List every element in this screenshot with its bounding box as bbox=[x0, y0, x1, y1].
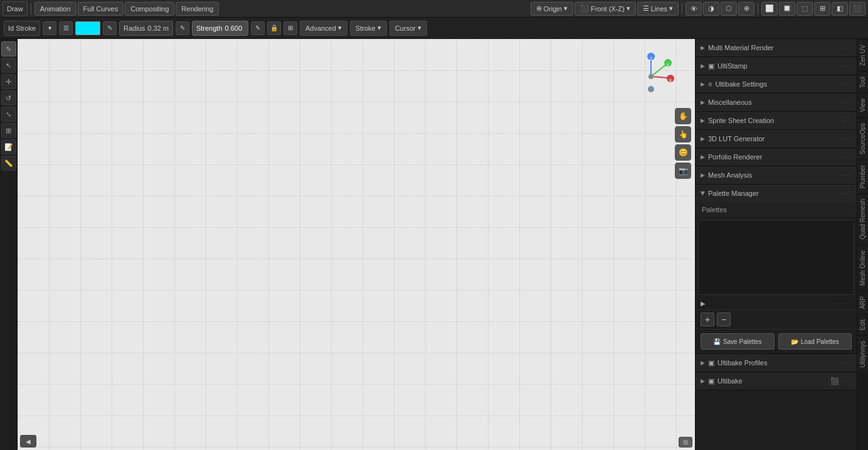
side-tab-ultilynnys[interactable]: Ultilynnys bbox=[857, 335, 869, 373]
side-tab-zen-uv[interactable]: Zen UV bbox=[857, 39, 869, 71]
left-tool-transform[interactable]: ⊞ bbox=[1, 123, 16, 138]
left-tool-draw[interactable]: ✎ bbox=[1, 41, 16, 56]
stroke-icon1[interactable]: ☰ bbox=[59, 21, 73, 35]
side-tab-mesh-online[interactable]: Mesh Online bbox=[857, 245, 869, 291]
side-tab-view[interactable]: View bbox=[857, 93, 869, 117]
dots-ultibake: ···· bbox=[842, 378, 852, 385]
viewport-icon2[interactable]: 🔲 bbox=[779, 2, 795, 16]
icon-ultibake-settings: ≡ bbox=[708, 80, 712, 88]
tab-full-curves[interactable]: Full Curves bbox=[78, 2, 124, 16]
side-tab-plumber[interactable]: Plumber bbox=[857, 159, 869, 193]
section-miscellaneous: ▶ Miscellaneous ···· bbox=[696, 94, 857, 112]
viewport-icon1[interactable]: ⬜ bbox=[761, 2, 778, 16]
section-header-ultibake[interactable]: ▶ ▣ Ultibake ⬛ ···· bbox=[696, 372, 857, 390]
color-picker-btn[interactable]: ✎ bbox=[103, 21, 117, 35]
section-header-multi-material-render[interactable]: ▶ Multi Material Render ···· bbox=[696, 39, 857, 56]
palette-footer: ▶ · · · · · · bbox=[696, 297, 857, 309]
vp-tool-hand[interactable]: ✋ bbox=[675, 108, 691, 124]
stroke-mode-icon-btn[interactable]: ▾ bbox=[43, 21, 56, 35]
render-mode-btn[interactable]: 👁 bbox=[685, 2, 702, 16]
radius-field[interactable]: Radius 0.32 m bbox=[119, 21, 173, 36]
svg-point-9 bbox=[648, 74, 654, 79]
palette-play-btn[interactable]: ▶ bbox=[701, 300, 706, 307]
section-header-ultibake-profiles[interactable]: ▶ ▣ Ultibake Profiles ···· bbox=[696, 354, 857, 372]
vp-tool-camera[interactable]: 📷 bbox=[675, 163, 691, 179]
viewport-bottom-controls: ◀ bbox=[20, 435, 36, 447]
left-tool-rotate[interactable]: ↺ bbox=[1, 90, 16, 105]
overlay-icon: ☰ bbox=[643, 4, 649, 13]
side-tab-sourceops[interactable]: SourceOps bbox=[857, 117, 869, 159]
viewport[interactable]: Z Y X ✋ 👆 😊 📷 ◀ bbox=[18, 39, 695, 450]
tab-compositing[interactable]: Compositing bbox=[125, 2, 174, 16]
arrow-ultibake-settings: ▶ bbox=[701, 81, 705, 87]
strength-field[interactable]: Strength 0.600 bbox=[192, 21, 248, 36]
tab-animation[interactable]: Animation bbox=[34, 2, 77, 16]
arrow-porfolio-renderer: ▶ bbox=[701, 154, 705, 160]
left-tool-measure[interactable]: 📏 bbox=[1, 156, 16, 171]
section-mesh-analysis: ▶ Mesh Analysis ···· bbox=[696, 166, 857, 185]
side-tab-edit[interactable]: Edit bbox=[857, 314, 869, 335]
strength-edit-btn[interactable]: ✎ bbox=[251, 21, 265, 35]
viewport-icon4[interactable]: ⊞ bbox=[814, 2, 830, 16]
axis-svg: Z Y X bbox=[626, 51, 676, 102]
cursor-dropdown[interactable]: Cursor ▾ bbox=[389, 21, 427, 36]
gizmo-btn[interactable]: ⊕ bbox=[738, 2, 754, 16]
side-tab-tool[interactable]: Tool bbox=[857, 71, 869, 93]
viewport-icon6[interactable]: ⬛ bbox=[849, 2, 865, 16]
stroke-mode-label[interactable]: Id Stroke bbox=[4, 21, 40, 36]
axis-widget[interactable]: Z Y X bbox=[626, 51, 676, 102]
vp-tool-face[interactable]: 😊 bbox=[675, 144, 691, 161]
left-tool-select[interactable]: ↖ bbox=[1, 58, 16, 73]
load-palettes-btn[interactable]: 📂 Load Palettes bbox=[778, 333, 852, 350]
color-swatch[interactable] bbox=[75, 21, 100, 35]
section-header-mesh-analysis[interactable]: ▶ Mesh Analysis ···· bbox=[696, 166, 857, 184]
save-palettes-btn[interactable]: 💾 Save Palettes bbox=[701, 333, 775, 350]
viewport-side-tools: ✋ 👆 😊 📷 bbox=[675, 108, 691, 179]
section-ultibake: ▶ ▣ Ultibake ⬛ ···· bbox=[696, 372, 857, 390]
viewport-grid-btn[interactable]: ⊞ bbox=[679, 437, 692, 447]
palette-manager-content: Palettes ▶ · · · · · · + − 💾 Save Palett… bbox=[696, 202, 857, 353]
radius-edit-btn[interactable]: ✎ bbox=[176, 21, 189, 35]
origin-dropdown[interactable]: ⊕ Origin ▾ bbox=[531, 2, 573, 16]
stroke-dropdown[interactable]: Stroke ▾ bbox=[350, 21, 387, 36]
section-header-ulti-stamp[interactable]: ▶ ▣ UltiStamp ···· bbox=[696, 57, 857, 75]
left-tool-move[interactable]: ✛ bbox=[1, 74, 16, 89]
section-header-palette-manager[interactable]: ▶ Palette Manager ···· bbox=[696, 185, 857, 202]
dots-3d-lut-generator: ···· bbox=[842, 136, 852, 142]
cursor-chevron-icon: ▾ bbox=[418, 24, 421, 32]
palette-list-area[interactable] bbox=[698, 220, 854, 295]
side-tab-quad-remesh[interactable]: Quad Remesh bbox=[857, 193, 869, 244]
section-header-sprite-sheet-creation[interactable]: ▶ Sprite Sheet Creation ···· bbox=[696, 112, 857, 129]
side-tab-arp[interactable]: ARP bbox=[857, 291, 869, 314]
strength-extra-btn[interactable]: ⊞ bbox=[283, 21, 297, 35]
arrow-miscellaneous: ▶ bbox=[701, 99, 705, 105]
left-tool-annotate[interactable]: 📝 bbox=[1, 139, 16, 154]
icon-ultibake-extra: ⬛ bbox=[830, 377, 839, 385]
palette-add-btn[interactable]: + bbox=[701, 313, 714, 326]
arrow-3d-lut-generator: ▶ bbox=[701, 136, 705, 142]
strength-lock-btn[interactable]: 🔒 bbox=[267, 21, 281, 35]
palette-dots-btn[interactable]: · · · · · · bbox=[832, 300, 852, 307]
label-sprite-sheet-creation: Sprite Sheet Creation bbox=[708, 117, 839, 124]
view-dropdown[interactable]: ⬛ Front (X-Z) ▾ bbox=[574, 2, 636, 16]
radius-value: 0.32 m bbox=[147, 24, 169, 32]
toolbar-sep-2 bbox=[682, 3, 682, 14]
viewport-shading-btn[interactable]: ◑ bbox=[703, 2, 719, 16]
section-header-porfolio-renderer[interactable]: ▶ Porfolio Renderer ···· bbox=[696, 148, 857, 166]
draw-mode-label[interactable]: Draw bbox=[3, 1, 28, 16]
dots-ultibake-profiles: ···· bbox=[842, 360, 852, 367]
section-header-ultibake-settings[interactable]: ▶ ≡ Ultibake Settings ···· bbox=[696, 75, 857, 93]
advanced-dropdown[interactable]: Advanced ▾ bbox=[300, 21, 347, 36]
vp-tool-grab[interactable]: 👆 bbox=[675, 126, 691, 142]
tab-rendering[interactable]: Rendering bbox=[176, 2, 219, 16]
left-tool-scale[interactable]: ⤡ bbox=[1, 107, 16, 122]
palette-remove-btn[interactable]: − bbox=[717, 313, 731, 326]
viewport-icon3[interactable]: ⬚ bbox=[797, 2, 813, 16]
section-header-3d-lut-generator[interactable]: ▶ 3D LUT Generator ···· bbox=[696, 130, 857, 147]
section-header-miscellaneous[interactable]: ▶ Miscellaneous ···· bbox=[696, 94, 857, 111]
dots-porfolio-renderer: ···· bbox=[842, 154, 852, 161]
timeline-toggle[interactable]: ◀ bbox=[20, 435, 36, 447]
overlay-btn[interactable]: ⬡ bbox=[721, 2, 737, 16]
viewport-icon5[interactable]: ◧ bbox=[832, 2, 848, 16]
overlay-dropdown[interactable]: ☰ Lines ▾ bbox=[637, 2, 679, 16]
